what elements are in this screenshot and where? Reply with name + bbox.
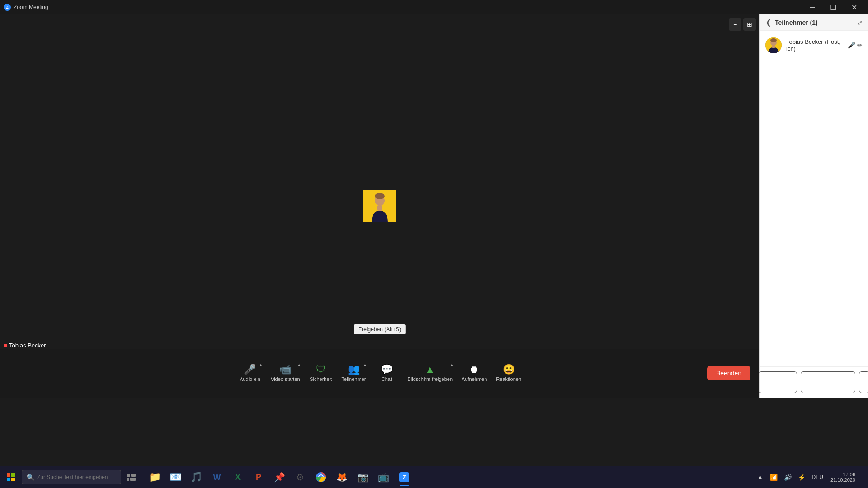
camera-app[interactable]: 📷 <box>353 467 373 487</box>
tooltip-freigeben: Freigeben (Alt+S) <box>354 324 406 334</box>
power-icon[interactable]: ⚡ <box>796 472 807 483</box>
edge-app[interactable]: 🦊 <box>332 467 352 487</box>
word-app[interactable]: W <box>207 467 227 487</box>
camera-icon: 📹 <box>279 365 292 375</box>
show-desktop-button[interactable] <box>861 466 864 488</box>
chat-button[interactable]: 💬 Chat <box>373 362 400 385</box>
clock-time: 17:06 <box>843 472 855 477</box>
powerpoint-app[interactable]: P <box>249 467 269 487</box>
shield-icon: 🛡 <box>316 365 326 375</box>
end-meeting-button[interactable]: Beenden <box>707 366 750 380</box>
window-title: Zoom Meeting <box>14 4 48 10</box>
video-chevron: ▲ <box>297 363 301 367</box>
audio-button[interactable]: ▲ 🎤 Audio ein <box>236 362 264 385</box>
mic-icon: 🎤 <box>244 365 256 375</box>
video-area: − ⊞ <box>0 14 760 398</box>
zoom-logo-icon: Z <box>4 4 11 11</box>
participants-chevron: ▲ <box>363 363 367 367</box>
app2-taskbar[interactable]: ⚙ <box>290 467 310 487</box>
video-label: Video starten <box>271 376 300 382</box>
share-label: Bildschirm freigeben <box>407 376 453 382</box>
chrome-app[interactable] <box>311 467 331 487</box>
participant-video-tile <box>363 190 396 222</box>
svg-point-2 <box>375 193 385 199</box>
share-screen-button[interactable]: ▲ ▲ Bildschirm freigeben <box>406 362 454 385</box>
language-indicator[interactable]: DEU <box>810 474 825 480</box>
reactions-icon: 😀 <box>503 365 515 375</box>
spotify-app[interactable]: 🎵 <box>186 467 206 487</box>
windows-taskbar: 🔍 📁 📧 🎵 W X P 📌 <box>0 466 868 488</box>
title-bar: Z Zoom Meeting ─ ☐ ✕ <box>0 0 868 14</box>
clock-date: 21.10.2020 <box>830 477 855 483</box>
muted-indicator <box>4 344 7 347</box>
security-label: Sicherheit <box>310 376 332 382</box>
share-chevron: ▲ <box>450 363 453 367</box>
zoom-controls: − ⊞ <box>729 18 756 31</box>
participant-icons: 🎤 ✏ <box>848 42 863 49</box>
audio-label: Audio ein <box>240 376 260 382</box>
minimize-button[interactable]: ─ <box>802 0 823 14</box>
svg-rect-10 <box>7 478 10 481</box>
toolbar-right: Beenden <box>707 366 750 380</box>
svg-rect-9 <box>11 473 15 477</box>
svg-rect-15 <box>130 478 136 481</box>
record-label: Aufnehmen <box>462 376 487 382</box>
participant-row: Tobias Becker (Host, ich) 🎤 ✏ <box>760 34 868 56</box>
record-button[interactable]: ⏺ Aufnehmen <box>460 362 489 385</box>
taskbar-apps: 📁 📧 🎵 W X P 📌 ⚙ <box>141 467 752 487</box>
zoom-taskbar-app[interactable]: Z <box>394 467 414 487</box>
svg-point-6 <box>770 38 777 42</box>
reactions-button[interactable]: 😀 Reaktionen <box>494 362 523 385</box>
participants-label: Teilnehmer <box>342 376 366 382</box>
media-app[interactable]: 📺 <box>373 467 393 487</box>
zoom-out-button[interactable]: − <box>729 18 741 31</box>
start-button[interactable] <box>0 466 22 488</box>
self-name-text: Tobias Becker <box>9 342 46 349</box>
taskbar-search-input[interactable] <box>37 474 109 480</box>
chat-icon: 💬 <box>381 365 393 375</box>
chat-label: Chat <box>382 376 392 382</box>
mail-app[interactable]: 📧 <box>165 467 185 487</box>
video-button[interactable]: ▲ 📹 Video starten <box>269 362 302 385</box>
svg-rect-11 <box>11 478 15 481</box>
app1-taskbar[interactable]: 📌 <box>269 467 289 487</box>
sidebar-title: Teilnehmer (1) <box>775 19 854 26</box>
fit-button[interactable]: ⊞ <box>743 18 756 31</box>
restore-button[interactable]: ☐ <box>823 0 844 14</box>
sidebar-collapse-button[interactable]: ❮ <box>765 18 771 27</box>
taskbar-search-box[interactable]: 🔍 <box>22 470 121 484</box>
svg-rect-3 <box>377 205 382 211</box>
participants-button[interactable]: ▲ 👥 Teilnehmer <box>340 362 368 385</box>
participants-icon: 👥 <box>348 365 360 375</box>
mute-all-button[interactable]: Alle stummschalten <box>801 371 855 393</box>
task-view-button[interactable] <box>121 467 141 487</box>
sidebar-panel: ❮ Teilnehmer (1) ⤢ Tobias Becker (Host, … <box>760 14 868 398</box>
record-icon: ⏺ <box>469 365 479 375</box>
security-button[interactable]: 🛡 Sicherheit <box>307 362 335 385</box>
svg-rect-7 <box>772 45 775 48</box>
network-icon[interactable]: 📶 <box>768 472 779 483</box>
taskbar-search-icon: 🔍 <box>27 474 34 481</box>
reactions-label: Reaktionen <box>496 376 521 382</box>
svg-rect-12 <box>127 474 130 477</box>
taskbar-clock[interactable]: 17:06 21.10.2020 <box>828 472 858 483</box>
svg-text:Z: Z <box>402 474 406 481</box>
toolbar-center: ▲ 🎤 Audio ein ▲ 📹 Video starten 🛡 Sicher… <box>236 362 523 385</box>
system-tray: ▲ 📶 🔊 ⚡ DEU 17:06 21.10.2020 <box>752 466 868 488</box>
window-controls: ─ ☐ ✕ <box>802 0 864 14</box>
excel-app[interactable]: X <box>228 467 248 487</box>
svg-rect-8 <box>7 473 10 477</box>
participant-avatar-small <box>765 37 782 53</box>
sidebar-more-button[interactable]: … <box>859 371 868 393</box>
volume-icon[interactable]: 🔊 <box>782 472 793 483</box>
participant-edit-icon: ✏ <box>857 42 863 49</box>
sidebar-bottom: Einladen Alle stummschalten … <box>760 366 868 398</box>
participants-list: Tobias Becker (Host, ich) 🎤 ✏ <box>760 31 868 366</box>
share-icon: ▲ <box>425 365 435 375</box>
invite-button[interactable]: Einladen <box>759 371 797 393</box>
close-button[interactable]: ✕ <box>844 0 864 14</box>
audio-chevron: ▲ <box>259 363 263 367</box>
notification-arrow[interactable]: ▲ <box>755 472 765 483</box>
file-explorer-app[interactable]: 📁 <box>145 467 165 487</box>
sidebar-expand-button[interactable]: ⤢ <box>857 19 863 26</box>
